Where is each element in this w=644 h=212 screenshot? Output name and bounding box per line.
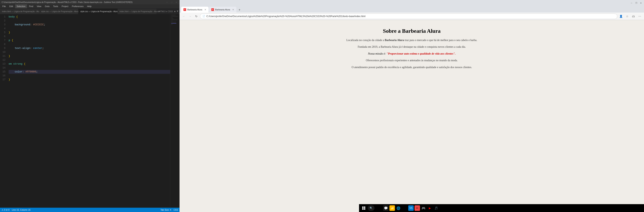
code-line-7: p { (8, 39, 170, 42)
code-line-10 (8, 50, 170, 54)
menu-help[interactable]: Help (86, 4, 93, 8)
taskbar-chrome-icon[interactable]: ⚙ (402, 205, 408, 211)
browser-settings-btn[interactable]: ⋯ (637, 14, 642, 19)
browser-tab-0[interactable]: ✂ Barbearia Alura ✕ (181, 7, 208, 13)
browser-favorites-btn[interactable]: ☆ (624, 14, 630, 19)
status-syntax[interactable]: CSS (174, 209, 178, 211)
editor-tab-1[interactable]: style.css — Lógica de Programação - Alur… (39, 9, 78, 14)
page-para-4: Oferecemos profissionais experientes e a… (366, 58, 458, 63)
taskbar-music-icon[interactable]: 🎵 (433, 205, 439, 211)
browser-nav-right: 👤 ☆ 🗃 ⋯ (618, 14, 642, 19)
code-line-1: body { (8, 15, 170, 19)
tab-add-btn[interactable]: + (157, 9, 162, 14)
editor-body: 12345 678910 1112131415 1617 body { back… (0, 14, 180, 208)
address-bar[interactable]: 📄 C:/Users/profe/OneDrive/Documentos/Lóg… (200, 14, 617, 19)
tab-scroll-arrows: ▲ ▼ (173, 8, 180, 14)
taskbar-xbox-icon[interactable]: 🎮 (421, 205, 426, 211)
editor-tab-2[interactable]: style.css — Lógica de Programação - Alur… (78, 9, 118, 14)
menu-selection[interactable]: Selection (15, 4, 27, 8)
address-file-icon: 📄 (202, 15, 205, 18)
browser-close-btn[interactable]: ✕ (639, 1, 642, 5)
taskbar-vscode-icon[interactable]: VS (408, 205, 414, 211)
browser-tab-0-close[interactable]: ✕ (204, 9, 206, 11)
nav-reload-btn[interactable]: ↻ (194, 14, 199, 19)
menu-preferences[interactable]: Preferences (70, 4, 85, 8)
status-error-icon: ⚠ 0 ⊘ 0 (2, 209, 10, 211)
editor-tab-bar: index.html — Lógica de Programação - Alu… (0, 8, 180, 14)
tab-scroll-left[interactable]: ▲ (174, 10, 176, 13)
browser-window: ─ ❐ ✕ ✂ Barbearia Alura ✕ ✂ Barbearia Al… (180, 0, 644, 212)
menu-tools[interactable]: Tools (52, 4, 60, 8)
editor-tab-0[interactable]: index.html — Lógica de Programação - Alu… (0, 9, 39, 14)
editor-window: C:\Users\profe\OneDrive\Documentos\Lógic… (0, 0, 180, 212)
browser-win-controls: ─ ❐ ✕ (630, 1, 642, 5)
page-para-5: O atendimento possui padrão de excelênci… (352, 65, 472, 70)
taskbar-widgets-icon[interactable]: ⊞ (377, 205, 382, 211)
browser-profile-btn[interactable]: 👤 (618, 14, 624, 19)
status-line-col[interactable]: Line 15, Column 15 (12, 209, 30, 211)
taskbar-app-icons: ⊞ 💬 📁 🌐 ⚙ VS ✂ 🎮 ▶ 🎵 (377, 205, 644, 211)
code-line-2 (8, 19, 170, 23)
browser-tab-1[interactable]: ✂ Barbearia Alura ✕ (209, 7, 236, 13)
editor-menu-bar: File Edit Selection Find View Goto Tools… (0, 4, 180, 8)
code-line-8 (8, 42, 170, 46)
menu-find[interactable]: Find (28, 4, 35, 8)
nav-back-btn[interactable]: ← (181, 14, 186, 19)
editor-title-bar: C:\Users\profe\OneDrive\Documentos\Lógic… (0, 0, 180, 4)
taskbar-edge-icon[interactable]: 🌐 (396, 205, 401, 211)
browser-restore-btn[interactable]: ❐ (634, 1, 638, 5)
code-line-5: } (8, 31, 170, 35)
code-line-13: em strong { (8, 62, 170, 66)
taskbar-youtube-icon[interactable]: ▶ (427, 205, 432, 211)
address-text: C:/Users/profe/OneDrive/Documentos/Lógic… (206, 15, 366, 18)
menu-edit[interactable]: Edit (8, 4, 15, 8)
browser-tab-bar: ✂ Barbearia Alura ✕ ✂ Barbearia Alura ✕ … (180, 6, 644, 13)
tab-0-favicon: ✂ (184, 8, 186, 11)
code-line-15: color: #FF0000; (8, 70, 170, 74)
page-para-2: Fundada em 2019, a Barbearia Alura já é … (358, 45, 466, 49)
page-main-title: Sobre a Barbearia Alura (383, 28, 440, 34)
menu-goto[interactable]: Goto (43, 4, 51, 8)
taskbar-file-explorer-icon[interactable]: 📁 (390, 205, 395, 211)
taskbar-start-btn[interactable] (360, 205, 367, 211)
menu-file[interactable]: File (1, 4, 8, 8)
status-tab-size[interactable]: Tab Size: 4 (160, 209, 171, 211)
browser-collections-btn[interactable]: 🗃 (631, 14, 636, 19)
code-line-14 (8, 66, 170, 70)
code-line-4 (8, 27, 170, 31)
browser-minimize-btn[interactable]: ─ (630, 1, 633, 5)
taskbar-search-box[interactable]: 🔍 (368, 205, 374, 211)
code-line-6 (8, 35, 170, 39)
minimap (170, 14, 180, 208)
editor-close-btn[interactable]: ✕ (175, 1, 178, 4)
browser-title-bar: ─ ❐ ✕ (180, 0, 644, 6)
new-tab-btn[interactable]: + (237, 7, 242, 13)
code-line-16 (8, 74, 170, 78)
nav-forward-btn[interactable]: → (187, 14, 193, 19)
code-line-9: text-align: center; (8, 46, 170, 50)
code-editor[interactable]: body { background: #CCCCCC; } p { text-a… (7, 14, 170, 208)
editor-status-bar: ⚠ 0 ⊘ 0 Line 15, Column 15 Tab Size: 4 C… (0, 208, 180, 212)
mission-quote: "Proporcionar auto-estima e qualidade de… (386, 52, 456, 55)
code-line-12 (8, 58, 170, 62)
line-numbers: 12345 678910 1112131415 1617 (0, 14, 7, 208)
tab-1-favicon: ✂ (211, 8, 214, 11)
browser-nav-bar: ← → ↻ 📄 C:/Users/profe/OneDrive/Document… (180, 13, 644, 20)
editor-minimize-btn[interactable]: ─ (166, 1, 168, 4)
taskbar-search-icon: 🔍 (370, 207, 372, 209)
editor-tab-3[interactable]: index.html — Lógica de Programação - Alu… (118, 9, 157, 14)
tab-scroll-right[interactable]: ▼ (176, 10, 179, 13)
browser-content: Sobre a Barbearia Alura Localizada no co… (180, 20, 644, 212)
editor-title-text: C:\Users\profe\OneDrive\Documentos\Lógic… (2, 1, 132, 3)
menu-project[interactable]: Project (60, 4, 70, 8)
code-line-3: background: #CCCCCC; (8, 23, 170, 27)
taskbar: 🔍 ⊞ 💬 📁 🌐 ⚙ VS ✂ 🎮 ▶ 🎵 9°C Nublado 📶 🔊 2… (359, 204, 644, 212)
page-para-1: Localizada no coração da cidade a Barbea… (346, 38, 477, 42)
menu-view[interactable]: View (35, 4, 43, 8)
taskbar-chat-icon[interactable]: 💬 (383, 205, 389, 211)
code-line-17: } (8, 78, 170, 82)
editor-maximize-btn[interactable]: □ (170, 1, 173, 4)
browser-tab-1-close[interactable]: ✕ (232, 9, 234, 11)
page-para-mission: Nossa missão é: "Proporcionar auto-estim… (368, 52, 456, 56)
taskbar-red-icon[interactable]: ✂ (414, 205, 420, 211)
